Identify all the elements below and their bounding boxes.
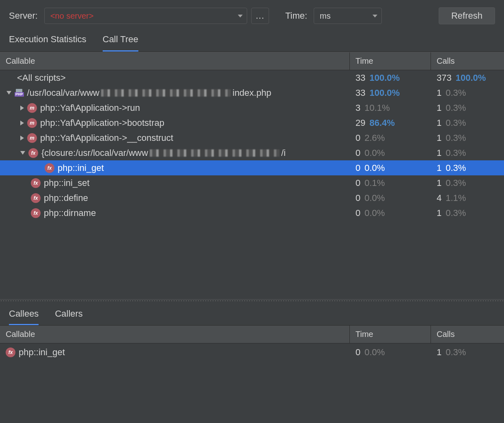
callees-table-header: Callable Time Calls: [0, 326, 504, 343]
time-unit-select[interactable]: ms: [314, 8, 382, 24]
tree-row[interactable]: fxphp::ini_get00.0%10.3%: [0, 160, 504, 175]
time-percent: 100.0%: [369, 73, 400, 83]
tree-row[interactable]: fxphp::ini_set00.1%10.3%: [0, 175, 504, 190]
callable-label: php::Yaf\Application->run: [40, 103, 140, 113]
expand-open-icon[interactable]: [20, 151, 25, 155]
callable-label: php::Yaf\Application->__construct: [40, 133, 173, 143]
call-tree-table: Callable Time Calls <All scripts>33100.0…: [0, 52, 504, 300]
time-percent: 86.4%: [369, 118, 394, 128]
redacted-path: [101, 89, 231, 97]
time-percent: 2.6%: [364, 133, 385, 143]
function-icon: fx: [45, 163, 54, 173]
time-percent: 100.0%: [369, 88, 400, 98]
tree-row[interactable]: fx{closure:/usr/local/var/www/i00.0%10.3…: [0, 145, 504, 160]
expand-closed-icon[interactable]: [20, 121, 24, 125]
calls-value: 1: [437, 88, 442, 98]
callable-label: {closure:/usr/local/var/www: [41, 148, 148, 158]
tab-call-tree[interactable]: Call Tree: [103, 34, 138, 52]
callable-label: php::Yaf\Application->bootstrap: [40, 118, 164, 128]
calls-percent: 0.3%: [446, 118, 466, 128]
callable-label: php::dirname: [44, 208, 96, 218]
table-header: Callable Time Calls: [0, 52, 504, 70]
time-value: 33: [355, 88, 365, 98]
callable-label: php::ini_set: [44, 178, 90, 188]
calls-percent: 0.3%: [446, 178, 466, 188]
calls-value: 1: [437, 163, 442, 173]
server-browse-button[interactable]: ...: [251, 8, 269, 24]
time-value: 0: [355, 193, 360, 203]
function-icon: fx: [31, 193, 41, 203]
calls-value: 1: [437, 133, 442, 143]
time-percent: 0.0%: [364, 148, 385, 158]
callable-label-suffix: /i: [281, 148, 286, 158]
time-value: 0: [355, 208, 360, 218]
php-file-icon: PHP: [15, 89, 24, 97]
redacted-path: [150, 149, 280, 157]
tree-row[interactable]: <All scripts>33100.0%373100.0%: [0, 70, 504, 85]
time-value: 29: [355, 118, 365, 128]
calls-value: 373: [437, 73, 452, 83]
method-icon: m: [27, 103, 37, 113]
server-label: Server:: [9, 11, 40, 21]
tree-row[interactable]: mphp::Yaf\Application->bootstrap2986.4%1…: [0, 115, 504, 130]
calls-percent: 100.0%: [456, 73, 486, 83]
server-select-value: <no server>: [50, 11, 94, 21]
function-icon: fx: [28, 148, 38, 158]
calls-value: 4: [437, 193, 442, 203]
column-header-calls[interactable]: Calls: [431, 52, 504, 70]
time-percent: 0.1%: [364, 178, 385, 188]
expand-closed-icon[interactable]: [20, 106, 24, 110]
calls-percent: 0.3%: [446, 103, 466, 113]
detail-tabs: Callees Callers: [0, 302, 504, 326]
callee-row[interactable]: fx php::ini_get 0 0.0% 1 0.3%: [0, 343, 504, 361]
callees-table: Callable Time Calls fx php::ini_get 0 0.…: [0, 326, 504, 361]
time-value: 0: [355, 163, 360, 173]
calls-value: 1: [437, 178, 442, 188]
column-header-calls[interactable]: Calls: [431, 326, 504, 343]
main-tabs: Execution Statistics Call Tree: [0, 27, 504, 52]
callable-label: /usr/local/var/www: [27, 88, 99, 98]
time-value: 33: [355, 73, 365, 83]
callee-time-percent: 0.0%: [364, 347, 385, 358]
callee-calls-value: 1: [437, 347, 442, 358]
tree-row[interactable]: mphp::Yaf\Application->run310.1%10.3%: [0, 100, 504, 115]
time-value: 0: [355, 148, 360, 158]
calls-percent: 0.3%: [446, 163, 466, 173]
callable-label: php::define: [44, 193, 88, 203]
tree-row[interactable]: mphp::Yaf\Application->__construct02.6%1…: [0, 130, 504, 145]
calls-percent: 0.3%: [446, 208, 466, 218]
time-select-value: ms: [320, 11, 331, 21]
time-value: 3: [355, 103, 360, 113]
column-header-callable[interactable]: Callable: [0, 326, 350, 343]
refresh-button[interactable]: Refresh: [439, 7, 495, 24]
time-value: 0: [355, 178, 360, 188]
tab-callers[interactable]: Callers: [55, 309, 82, 325]
calls-percent: 0.3%: [446, 133, 466, 143]
tab-callees[interactable]: Callees: [9, 309, 39, 325]
tree-row[interactable]: PHP/usr/local/var/wwwindex.php33100.0%10…: [0, 85, 504, 100]
column-header-time[interactable]: Time: [350, 52, 431, 70]
callable-label-suffix: index.php: [233, 88, 271, 98]
time-value: 0: [355, 133, 360, 143]
tab-execution-statistics[interactable]: Execution Statistics: [9, 34, 86, 52]
expand-open-icon[interactable]: [6, 91, 11, 95]
calls-value: 1: [437, 103, 442, 113]
method-icon: m: [27, 133, 37, 143]
calls-value: 1: [437, 208, 442, 218]
time-percent: 0.0%: [364, 208, 385, 218]
tree-row[interactable]: fxphp::define00.0%41.1%: [0, 190, 504, 205]
server-select[interactable]: <no server>: [44, 8, 247, 24]
column-header-time[interactable]: Time: [350, 326, 431, 343]
calls-percent: 0.3%: [446, 88, 466, 98]
column-header-callable[interactable]: Callable: [0, 52, 350, 70]
function-icon: fx: [31, 178, 41, 188]
time-percent: 10.1%: [364, 103, 390, 113]
calls-value: 1: [437, 118, 442, 128]
calls-percent: 1.1%: [446, 193, 466, 203]
tree-row[interactable]: fxphp::dirname00.0%10.3%: [0, 205, 504, 220]
callable-label: <All scripts>: [17, 73, 66, 83]
function-icon: fx: [6, 347, 15, 357]
calls-percent: 0.3%: [446, 148, 466, 158]
toolbar: Server: <no server> ... Time: ms Refresh: [0, 0, 504, 27]
expand-closed-icon[interactable]: [20, 136, 24, 140]
